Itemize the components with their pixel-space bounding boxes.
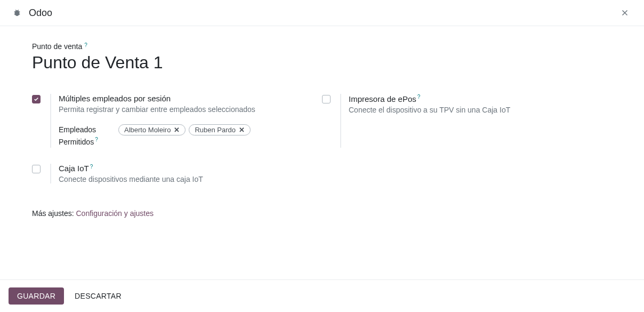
setting-title: Múltiples empleados por sesión [59,94,171,103]
tag-label: Ruben Pardo [195,126,236,134]
setting-row: Caja IoT? Conecte dispositivos mediante … [32,164,612,200]
checkbox-col [322,94,337,103]
setting-content: Caja IoT? Conecte dispositivos mediante … [59,164,322,184]
dialog-content: Punto de venta ? Punto de Venta 1 Múltip… [0,26,644,228]
employee-tags[interactable]: Alberto Moleiro ✕ Ruben Pardo ✕ [118,124,251,135]
dialog-footer: GUARDAR DESCARTAR [0,279,644,312]
divider [340,94,341,148]
tag-remove-icon[interactable]: ✕ [174,126,180,134]
setting-epos-printer: Impresora de ePos? Conecte el dispositiv… [322,94,612,164]
setting-desc: Conecte el dispositivo a su TPV sin una … [349,106,612,114]
allowed-employees-field: Empleados Permitidos? Alberto Moleiro ✕ … [59,124,322,148]
dialog-header: Odoo [0,0,644,26]
setting-row: Múltiples empleados por sesión Permita r… [32,94,612,164]
save-button[interactable]: GUARDAR [9,287,64,305]
setting-iot-box: Caja IoT? Conecte dispositivos mediante … [32,164,322,200]
tag-label: Alberto Moleiro [124,126,171,134]
setting-desc: Conecte dispositivos mediante una caja I… [59,175,322,183]
more-settings: Más ajustes: Configuración y ajustes [32,209,612,218]
checkbox-multi-employees[interactable] [32,95,41,103]
checkbox-epos-printer[interactable] [322,95,331,103]
setting-title: Caja IoT [59,164,89,173]
setting-title: Impresora de ePos [349,94,416,103]
more-settings-prefix: Más ajustes: [32,209,76,218]
close-icon[interactable] [618,6,631,19]
field-label-text: Empleados Permitidos [59,125,96,146]
divider [50,94,51,148]
employee-tag[interactable]: Alberto Moleiro ✕ [118,124,186,135]
help-icon[interactable]: ? [417,94,421,100]
divider [50,164,51,184]
checkbox-col [32,94,47,103]
setting-multi-employees: Múltiples empleados por sesión Permita r… [32,94,322,164]
discard-button[interactable]: DESCARTAR [69,287,127,305]
app-title: Odoo [29,7,52,19]
breadcrumb-label: Punto de venta [32,42,82,51]
page-title: Punto de Venta 1 [32,53,612,73]
settings-area: Múltiples empleados por sesión Permita r… [32,94,612,199]
help-icon[interactable]: ? [90,164,93,170]
allowed-employees-label: Empleados Permitidos? [59,124,112,148]
header-left: Odoo [13,7,52,19]
tag-remove-icon[interactable]: ✕ [239,126,245,134]
help-icon[interactable]: ? [95,137,98,142]
employee-tag[interactable]: Ruben Pardo ✕ [189,124,251,135]
breadcrumb: Punto de venta ? [32,42,612,51]
setting-content: Múltiples empleados por sesión Permita r… [59,94,322,148]
setting-content: Impresora de ePos? Conecte el dispositiv… [349,94,612,114]
checkbox-iot-box[interactable] [32,165,41,173]
bug-icon [13,9,21,17]
more-settings-link[interactable]: Configuración y ajustes [76,209,154,218]
help-icon[interactable]: ? [84,42,87,48]
checkbox-col [32,164,47,173]
setting-desc: Permita registrar y cambiar entre emplea… [59,105,322,114]
